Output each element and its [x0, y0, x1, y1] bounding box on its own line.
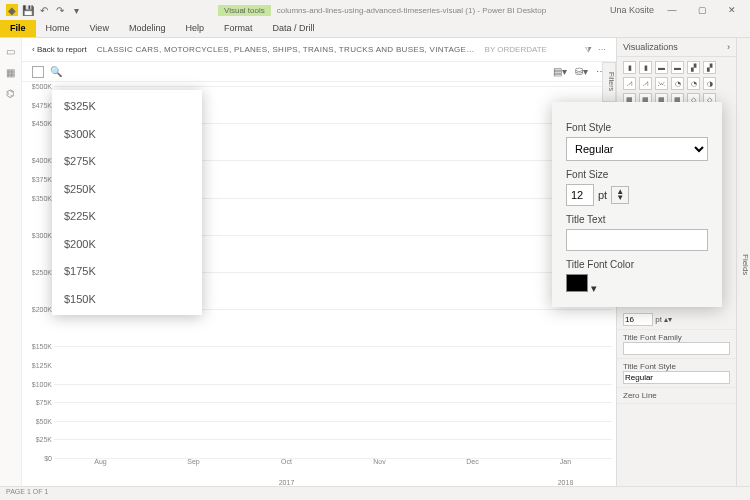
zoom-icon[interactable]: 🔍	[50, 66, 62, 77]
title-text-input[interactable]	[566, 229, 708, 251]
ribbon-tab-help[interactable]: Help	[175, 20, 214, 37]
chevron-down-icon[interactable]: ▾	[591, 282, 597, 294]
visual-tools-tab[interactable]: Visual tools	[218, 5, 271, 16]
ribbon-tab-file[interactable]: File	[0, 20, 36, 37]
window-title: columns-and-lines-using-advanced-timeser…	[277, 6, 546, 15]
popup-tick: $325K	[64, 100, 190, 112]
header-more-icon[interactable]: ⋯	[598, 45, 606, 55]
report-view-icon[interactable]: ▭	[6, 46, 15, 57]
viz-icon[interactable]: ⩙	[655, 77, 668, 90]
viz-icon[interactable]: ▮	[639, 61, 652, 74]
ribbon-tab-format[interactable]: Format	[214, 20, 263, 37]
data-view-icon[interactable]: ▦	[6, 67, 15, 78]
stepper-icon[interactable]: ▲▼	[611, 186, 629, 204]
color-swatch[interactable]	[566, 274, 588, 292]
fields-pane-collapsed[interactable]: Fields	[736, 38, 750, 486]
left-nav-rail: ▭ ▦ ⌬	[0, 38, 22, 486]
viz-icon[interactable]: ⩘	[639, 77, 652, 90]
axis-zoom-popup: $325K$300K$275K$250K$225K$200K$175K$150K	[52, 90, 202, 315]
title-font-family-input[interactable]	[623, 342, 730, 355]
viz-icon[interactable]: ◑	[703, 77, 716, 90]
back-to-report-button[interactable]: ‹ Back to report	[32, 45, 87, 54]
mode-dropdown-icon[interactable]: ▤▾	[553, 66, 567, 77]
close-button[interactable]: ✕	[720, 5, 744, 15]
ribbon-tab-view[interactable]: View	[80, 20, 119, 37]
title-bar: ◆ 💾 ↶ ↷ ▾ Visual tools columns-and-lines…	[0, 0, 750, 20]
ribbon: File Home View Modeling Help Format Data…	[0, 20, 750, 38]
app-logo-icon: ◆	[6, 4, 18, 16]
font-size-input[interactable]	[623, 313, 653, 326]
stepper-icon[interactable]: ▴▾	[664, 315, 672, 324]
prop-font-size: pt ▴▾	[617, 310, 736, 330]
visualizations-title: Visualizations	[623, 42, 678, 52]
quick-access-toolbar: ◆ 💾 ↶ ↷ ▾	[0, 4, 88, 16]
ribbon-tab-data-drill[interactable]: Data / Drill	[262, 20, 324, 37]
x-axis: AugSepOctNovDecJan20172018	[54, 458, 612, 486]
save-icon[interactable]: 💾	[22, 4, 34, 16]
ribbon-tab-home[interactable]: Home	[36, 20, 80, 37]
font-size-unit: pt	[598, 189, 607, 201]
title-text-label: Title Text	[566, 214, 708, 225]
font-size-label: Font Size	[566, 169, 708, 180]
maximize-button[interactable]: ▢	[690, 5, 714, 15]
display-dropdown-icon[interactable]: ⛁▾	[575, 66, 588, 77]
title-font-style-input[interactable]	[623, 371, 730, 384]
y-axis: $500K$475K$450K$400K$375K$350K$300K$250K…	[26, 86, 54, 458]
chart-toolbar: 🔍 ▤▾ ⛁▾ ⋯	[22, 62, 616, 82]
report-header: ‹ Back to report CLASSIC CARS, MOTORCYCL…	[22, 38, 616, 62]
model-view-icon[interactable]: ⌬	[6, 88, 15, 99]
font-style-select[interactable]: Regular	[566, 137, 708, 161]
title-font-color-label: Title Font Color	[566, 259, 708, 270]
popup-tick: $150K	[64, 293, 190, 305]
breadcrumb: CLASSIC CARS, MOTORCYCLES, PLANES, SHIPS…	[97, 45, 475, 54]
qat-chevron-icon[interactable]: ▾	[70, 4, 82, 16]
viz-icon[interactable]: ▬	[655, 61, 668, 74]
popup-tick: $225K	[64, 210, 190, 222]
visualizations-header[interactable]: Visualizations ›	[617, 38, 736, 57]
popup-tick: $175K	[64, 265, 190, 277]
font-size-input-popup[interactable]	[566, 184, 594, 206]
prop-title-font-style: Title Font Style	[617, 359, 736, 388]
status-bar: PAGE 1 OF 1	[0, 486, 750, 500]
user-name[interactable]: Una Kosite	[610, 5, 654, 15]
viz-icon[interactable]: ▞	[703, 61, 716, 74]
viz-icon[interactable]: ▬	[671, 61, 684, 74]
viz-icon[interactable]: ◔	[671, 77, 684, 90]
popup-tick: $200K	[64, 238, 190, 250]
window-controls: Una Kosite — ▢ ✕	[610, 5, 750, 15]
undo-icon[interactable]: ↶	[38, 4, 50, 16]
redo-icon[interactable]: ↷	[54, 4, 66, 16]
filter-icon[interactable]: ⧩	[585, 45, 592, 55]
drill-by-label: BY ORDERDATE	[485, 45, 547, 54]
ribbon-tab-modeling[interactable]: Modeling	[119, 20, 176, 37]
viz-icon[interactable]: ◔	[687, 77, 700, 90]
selection-icon[interactable]	[32, 66, 44, 78]
viz-icon[interactable]: ⩘	[623, 77, 636, 90]
viz-icon[interactable]: ▮	[623, 61, 636, 74]
minimize-button[interactable]: —	[660, 5, 684, 15]
font-style-label: Font Style	[566, 122, 708, 133]
viz-icon[interactable]: ▞	[687, 61, 700, 74]
popup-tick: $275K	[64, 155, 190, 167]
filters-pane-collapsed[interactable]: Filters	[602, 62, 616, 102]
popup-tick: $300K	[64, 128, 190, 140]
prop-title-font-family: Title Font Family	[617, 330, 736, 359]
prop-zero-line: Zero Line	[617, 388, 736, 404]
collapse-pane-icon[interactable]: ›	[727, 42, 730, 52]
format-popup: Font Style Regular Font Size pt ▲▼ Title…	[552, 102, 722, 307]
popup-tick: $250K	[64, 183, 190, 195]
